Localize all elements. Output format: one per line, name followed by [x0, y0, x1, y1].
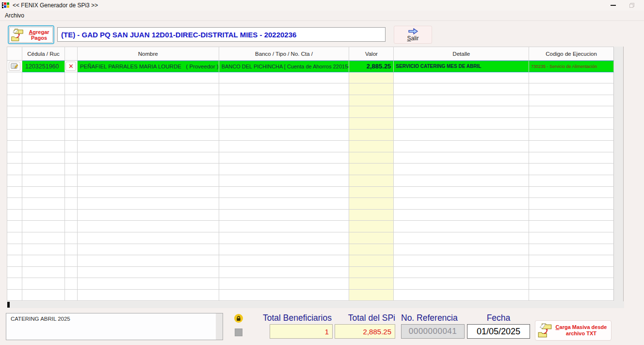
salir-button[interactable]: Salir — [394, 26, 432, 44]
empty-valor-cell — [349, 141, 394, 152]
cell-delete: ✕ — [65, 61, 78, 72]
cell-nombre[interactable]: PEÑAFIEL PARRALES MARIA LOURDE ( Proveed… — [78, 61, 219, 72]
empty-grid-row — [7, 267, 614, 279]
carga-label-line1: Carga Masiva desde — [553, 324, 609, 330]
fecha-box[interactable]: 01/05/2025 — [467, 324, 530, 339]
empty-grid-row — [7, 255, 614, 267]
cell-cedula[interactable]: 1203251960 — [22, 61, 65, 72]
menu-archivo[interactable]: Archivo — [0, 11, 29, 20]
header-delete — [65, 47, 78, 61]
empty-valor-cell — [349, 255, 394, 267]
referencia-label: No. Referencia — [401, 313, 458, 323]
grid-vertical-scrollbar[interactable] — [614, 47, 624, 301]
empty-valor-cell — [349, 83, 394, 95]
header-cedula[interactable]: Cédula / Ruc — [22, 47, 65, 61]
row-indicator-cell — [7, 61, 22, 72]
nota-scrollbar[interactable] — [216, 313, 223, 340]
header-indicator — [7, 47, 22, 61]
fecha-label: Fecha — [467, 313, 530, 323]
cell-codigo[interactable]: 730235 - Servicio de Alimentación — [529, 61, 614, 72]
carga-masiva-folder-icon — [537, 322, 553, 339]
minimize-icon — [611, 5, 616, 6]
edit-record-icon — [11, 63, 18, 69]
lock-icon[interactable] — [234, 314, 243, 323]
empty-valor-cell — [349, 244, 394, 256]
total-beneficiarios-box: 1 — [270, 324, 333, 339]
grid-header-row: Cédula / Ruc Nombre Banco / Tipo / No. C… — [7, 47, 614, 61]
total-beneficiarios-label: Total Beneficiarios — [251, 313, 332, 323]
empty-grid-row — [7, 118, 614, 130]
empty-valor-cell — [349, 130, 394, 141]
header-detalle[interactable]: Detalle — [394, 47, 529, 61]
status-square — [235, 329, 242, 336]
empty-valor-cell — [349, 152, 394, 164]
header-codigo[interactable]: Codigo de Ejecucion — [529, 47, 614, 61]
empty-grid-row — [7, 290, 614, 301]
payment-row: 1203251960 ✕ PEÑAFIEL PARRALES MARIA LOU… — [7, 61, 614, 72]
empty-grid-row — [7, 232, 614, 244]
referencia-value: 0000000041 — [409, 327, 457, 336]
horizontal-scroll-thumb[interactable] — [7, 302, 10, 308]
empty-valor-cell — [349, 278, 394, 290]
cell-banco[interactable]: BANCO DEL PICHINCHA [ Cuenta de Ahorros … — [219, 61, 350, 72]
payments-grid: Cédula / Ruc Nombre Banco / Tipo / No. C… — [7, 47, 614, 301]
carga-masiva-button[interactable]: Carga Masiva desde archivo TXT — [535, 320, 612, 341]
minimize-button[interactable] — [611, 5, 616, 6]
header-valor[interactable]: Valor — [349, 47, 394, 61]
menu-bar: Archivo — [0, 11, 644, 21]
empty-valor-cell — [349, 267, 394, 279]
empty-valor-cell — [349, 118, 394, 130]
total-spi-value: 2,885.25 — [363, 328, 395, 336]
total-spi-label: Total del SPi — [335, 313, 395, 323]
empty-valor-cell — [349, 175, 394, 187]
empty-valor-cell — [349, 232, 394, 244]
empty-grid-row — [7, 152, 614, 164]
empty-grid-row — [7, 198, 614, 210]
empty-grid-row — [7, 221, 614, 232]
edit-row-button[interactable] — [9, 62, 20, 71]
empty-grid-row — [7, 175, 614, 187]
carga-label-line2: archivo TXT — [553, 330, 609, 337]
spi-description-value: (TE) - GAD PQ SAN JUAN 12D01-DIREC-DISTR… — [58, 31, 296, 39]
empty-grid-row — [7, 141, 614, 152]
cell-detalle[interactable]: SERVICIO CATERING MES DE ABRIL — [394, 61, 529, 72]
exit-arrow-icon — [408, 28, 419, 34]
grid-horizontal-scrollbar[interactable] — [7, 301, 624, 308]
empty-grid-row — [7, 210, 614, 221]
nota-textarea[interactable]: CATERING ABRIL 2025 — [6, 313, 223, 340]
empty-valor-cell — [349, 95, 394, 107]
total-beneficiarios-value: 1 — [325, 328, 332, 336]
cell-valor[interactable]: 2,885.25 — [349, 61, 394, 72]
empty-grid-row — [7, 278, 614, 290]
empty-grid-row — [7, 83, 614, 95]
restore-button[interactable] — [629, 3, 634, 8]
spi-description-field[interactable]: (TE) - GAD PQ SAN JUAN 12D01-DIREC-DISTR… — [57, 27, 386, 42]
empty-valor-cell — [349, 221, 394, 232]
app-icon — [2, 1, 10, 9]
salir-label: Salir — [407, 35, 419, 42]
empty-grid-row — [7, 244, 614, 256]
header-banco[interactable]: Banco / Tipo / No. Cta / — [219, 47, 350, 61]
empty-grid-row — [7, 164, 614, 175]
empty-valor-cell — [349, 198, 394, 210]
empty-grid-row — [7, 106, 614, 118]
delete-x-icon: ✕ — [68, 63, 74, 69]
header-nombre[interactable]: Nombre — [78, 47, 219, 61]
empty-valor-cell — [349, 290, 394, 301]
empty-valor-cell — [349, 72, 394, 84]
empty-valor-cell — [349, 164, 394, 175]
empty-valor-cell — [349, 187, 394, 198]
window-title: << FENIX Generador de SPi3 >> — [13, 2, 98, 9]
empty-grid-row — [7, 130, 614, 141]
delete-row-button[interactable]: ✕ — [65, 62, 76, 71]
empty-grid-row — [7, 187, 614, 198]
empty-grid-row — [7, 72, 614, 84]
fecha-value: 01/05/2025 — [477, 327, 520, 337]
empty-valor-cell — [349, 210, 394, 221]
grid-empty-rows — [7, 72, 614, 301]
total-spi-box: 2,885.25 — [335, 324, 395, 339]
empty-grid-row — [7, 95, 614, 107]
empty-valor-cell — [349, 106, 394, 118]
title-bar: << FENIX Generador de SPi3 >> — [0, 0, 644, 11]
agregar-pagos-button[interactable]: Agregar Pagos — [8, 25, 54, 44]
